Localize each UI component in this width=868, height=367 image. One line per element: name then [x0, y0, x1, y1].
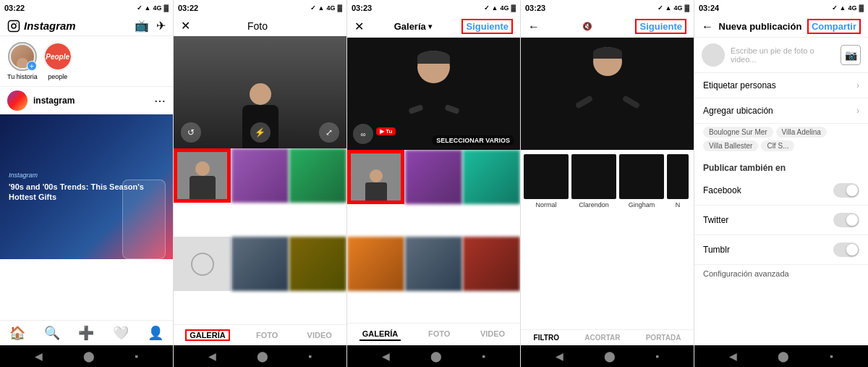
thumb-camera[interactable] [174, 237, 231, 291]
thumb-selected[interactable] [174, 148, 231, 203]
mute-icon[interactable]: 🔇 [582, 22, 592, 31]
back-arrow-icon[interactable]: ← [528, 20, 540, 33]
thumb-3[interactable] [289, 148, 346, 203]
filter-nav-tabs: FILTRO ACORTAR PORTADA [521, 329, 694, 345]
tab-foto-3[interactable]: FOTO [425, 328, 453, 341]
ubicacion-label: Agregar ubicación [703, 106, 773, 116]
home-btn-2[interactable]: ⬤ [257, 350, 268, 362]
option-ubicacion[interactable]: Agregar ubicación › [694, 98, 868, 124]
search-icon[interactable]: 🔍 [44, 325, 60, 341]
tv-icon[interactable]: 📺 [135, 19, 149, 33]
battery-icon: ▓ [163, 4, 169, 12]
thumb-selected-3[interactable] [347, 150, 404, 204]
home-btn-4[interactable]: ⬤ [604, 350, 616, 362]
tab-video-2[interactable]: VIDEO [305, 329, 335, 341]
android-nav-2: ◀ ⬤ ▪ [174, 345, 346, 367]
tab-video-3[interactable]: VIDEO [477, 328, 508, 341]
profile-icon[interactable]: 👤 [148, 325, 163, 341]
thumb-d[interactable] [347, 237, 404, 291]
signal-icon-5: ▲ [840, 4, 846, 12]
feed-username: instagram [33, 96, 75, 106]
location-tag-3[interactable]: Villa Ballester [703, 140, 758, 151]
expand-btn[interactable]: ⤢ [319, 122, 339, 143]
thumb-c[interactable] [463, 150, 520, 204]
caption-camera-icon[interactable]: 📷 [841, 45, 861, 65]
location-tag-2[interactable]: Villa Adelina [776, 127, 827, 138]
thumb-5[interactable] [231, 237, 289, 291]
checkmark-icon-4: ✓ [658, 4, 663, 12]
thumb-6[interactable] [289, 237, 346, 291]
time-2: 03:22 [178, 4, 198, 12]
chevron-down-icon: ▾ [428, 22, 432, 30]
siguiente-btn-3[interactable]: Siguiente [461, 19, 513, 34]
time-5: 03:24 [699, 4, 719, 12]
caption-input[interactable]: Escribe un pie de foto o video... [731, 46, 835, 64]
feed-more-icon[interactable]: ⋯ [154, 94, 166, 108]
rotate-btn[interactable]: ↺ [181, 122, 201, 143]
recents-btn-5[interactable]: ▪ [830, 350, 833, 362]
people-story-avatar: People [43, 42, 72, 71]
heart-icon[interactable]: 🤍 [113, 325, 129, 341]
back-btn-5[interactable]: ◀ [729, 350, 737, 362]
siguiente-btn-4[interactable]: Siguiente [635, 19, 686, 34]
panel-filter: 03:23 ✓ ▲ 4G ▓ ← 🔇 Siguiente [521, 0, 694, 367]
recents-btn-3[interactable]: ▪ [482, 350, 485, 362]
thumb-e[interactable] [405, 237, 462, 291]
back-btn-1[interactable]: ◀ [35, 350, 43, 362]
thumb-2[interactable] [231, 148, 289, 203]
filter-top-bar: ← 🔇 Siguiente [521, 16, 694, 38]
facebook-toggle[interactable] [833, 183, 859, 198]
back-btn-2[interactable]: ◀ [208, 350, 216, 362]
compartir-btn[interactable]: Compartir [807, 19, 861, 34]
people-story-item[interactable]: People people [43, 42, 72, 80]
thumb-f[interactable] [463, 237, 520, 291]
panel-gallery: 03:23 ✓ ▲ 4G ▓ ✕ Galería ▾ Siguiente [347, 0, 521, 367]
thumb-b[interactable] [405, 150, 462, 204]
home-btn-1[interactable]: ⬤ [83, 350, 95, 362]
back-btn-3[interactable]: ◀ [382, 350, 390, 362]
home-btn-3[interactable]: ⬤ [430, 350, 442, 362]
tumblr-toggle[interactable] [833, 242, 859, 257]
config-avanzada[interactable]: Configuración avanzada [694, 265, 868, 282]
home-btn-5[interactable]: ⬤ [778, 350, 789, 362]
filter-gingham[interactable]: Gingham [619, 154, 664, 325]
tab-galeria-3[interactable]: GALERÍA [359, 328, 401, 341]
select-multiple-label[interactable]: SELECCIONAR VARIOS [432, 135, 514, 145]
twitter-toggle[interactable] [833, 213, 859, 227]
tab-filtro[interactable]: FILTRO [534, 334, 559, 342]
top-bar-icons: 📺 ✈ [135, 19, 166, 33]
add-icon[interactable]: ➕ [78, 325, 94, 341]
back-arrow-icon-5[interactable]: ← [702, 20, 713, 33]
filter-n-img [667, 154, 689, 199]
recents-btn-4[interactable]: ▪ [655, 350, 659, 362]
tab-foto-2[interactable]: FOTO [253, 329, 281, 341]
close-icon[interactable]: ✕ [181, 19, 190, 33]
filter-clarendon[interactable]: Clarendon [571, 154, 616, 325]
nueva-pub-top-bar: ← Nueva publicación Compartir [694, 16, 868, 38]
tab-galeria-2[interactable]: GALERÍA [185, 329, 230, 341]
chevron-right-etiquetar: › [856, 80, 859, 90]
tab-portada[interactable]: PORTADA [646, 334, 681, 342]
send-icon[interactable]: ✈ [156, 19, 166, 33]
recents-btn-2[interactable]: ▪ [308, 350, 312, 362]
filter-n[interactable]: N [667, 154, 689, 325]
status-bar-3: 03:23 ✓ ▲ 4G ▓ [347, 0, 520, 16]
infinity-btn[interactable]: ∞ [353, 124, 373, 144]
back-btn-4[interactable]: ◀ [556, 350, 563, 362]
foto-nav-tabs: GALERÍA FOTO VIDEO [174, 324, 346, 345]
twitter-label: Twitter [703, 215, 728, 225]
filter-thumbnails: Normal Clarendon Gingham N [521, 150, 694, 329]
location-tag-1[interactable]: Boulogne Sur Mer [703, 127, 773, 138]
feed-post: instagram ⋯ Instagram '90s and '00s Tren… [0, 87, 173, 320]
filter-normal[interactable]: Normal [524, 154, 569, 325]
battery-icon-3: ▓ [511, 4, 516, 12]
recents-btn-1[interactable]: ▪ [135, 350, 138, 362]
tab-acortar[interactable]: ACORTAR [584, 334, 620, 342]
filter-normal-label: Normal [535, 201, 556, 208]
close-icon-3[interactable]: ✕ [354, 20, 364, 33]
flash-btn[interactable]: ⚡ [250, 122, 271, 143]
your-story-item[interactable]: + Tu historia [7, 42, 38, 80]
home-icon[interactable]: 🏠 [9, 325, 25, 341]
location-tag-4[interactable]: Clf S... [761, 140, 794, 151]
option-etiquetar[interactable]: Etiquetar personas › [694, 73, 868, 98]
